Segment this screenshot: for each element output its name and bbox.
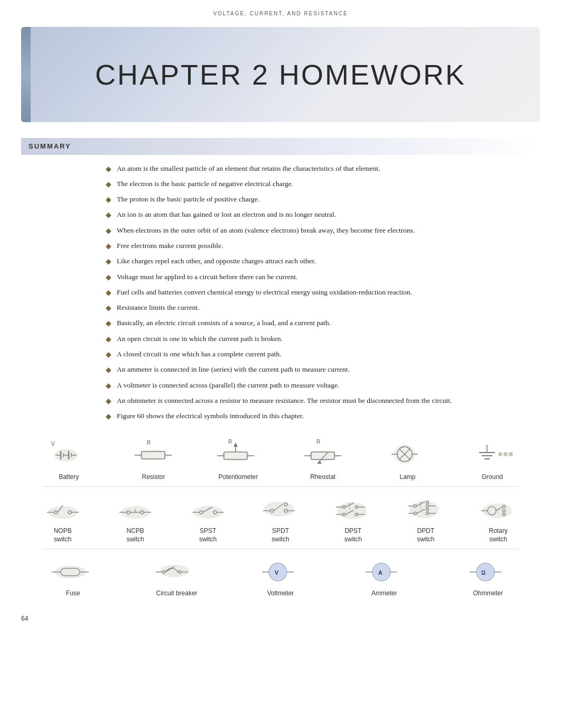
svg-point-103 <box>54 566 86 578</box>
summary-item: ◆Resistance limits the current. <box>106 302 540 314</box>
symbol-rheostat: R Rheostat <box>280 438 365 482</box>
chapter-title: CHAPTER 2 HOMEWORK <box>95 53 466 96</box>
bullet-icon: ◆ <box>106 241 111 252</box>
bullet-icon: ◆ <box>106 210 111 220</box>
svg-point-109 <box>160 565 189 577</box>
lamp-icon <box>389 438 426 470</box>
symbols-row-3: Fuse Circuit breaker <box>21 555 540 598</box>
bullet-icon: ◆ <box>106 272 111 283</box>
symbol-breaker: Circuit breaker <box>130 555 223 598</box>
svg-point-59 <box>193 506 223 519</box>
svg-text:Ω: Ω <box>481 570 485 576</box>
potentiometer-label: Potentiometer <box>218 473 258 482</box>
svg-marker-19 <box>233 443 238 447</box>
symbol-lamp: Lamp <box>365 438 450 482</box>
symbol-resistor: R Resistor <box>111 438 195 482</box>
summary-item: ◆An ion is an atom that has gained or lo… <box>106 209 540 220</box>
lamp-label: Lamp <box>399 473 415 482</box>
divider-1 <box>42 486 519 487</box>
bullet-icon: ◆ <box>106 411 111 422</box>
bullet-icon: ◆ <box>106 303 111 314</box>
ground-icon <box>471 438 513 470</box>
battery-icon: V <box>50 438 87 470</box>
fuse-label: Fuse <box>66 589 80 598</box>
bullet-icon: ◆ <box>106 381 111 391</box>
page-header: Voltage, Current, and Resistance <box>0 0 561 22</box>
symbols-row-1: V Battery R <box>21 438 540 482</box>
ohmmeter-icon: Ω <box>467 555 509 586</box>
summary-item: ◆An atom is the smallest particle of an … <box>106 163 540 174</box>
symbol-fuse: Fuse <box>26 555 119 598</box>
bullet-icon: ◆ <box>106 396 111 407</box>
summary-item: ◆A closed circuit is one which has a com… <box>106 349 540 360</box>
summary-item: ◆A voltmeter is connected across (parall… <box>106 380 540 391</box>
symbol-ncpb: NCPBswitch <box>99 492 171 543</box>
summary-item: ◆An ohmmeter is connected across a resis… <box>106 395 540 407</box>
svg-point-53 <box>120 506 150 519</box>
bullet-icon: ◆ <box>106 164 111 174</box>
spst-label: SPSTswitch <box>199 527 217 543</box>
summary-item: ◆An ammeter is connected in line (series… <box>106 364 540 375</box>
spst-icon <box>190 492 227 524</box>
rheostat-icon: R <box>302 438 344 470</box>
dpdt-label: DPDTswitch <box>417 527 434 543</box>
page-number: 64 <box>0 603 561 634</box>
symbol-rotary: Rotaryswitch <box>462 492 535 543</box>
summary-item: ◆The electron is the basic particle of n… <box>106 179 540 190</box>
svg-point-46 <box>48 506 78 519</box>
symbol-ground: Ground <box>450 438 535 482</box>
symbol-battery: V Battery <box>26 438 111 482</box>
battery-label: Battery <box>59 473 79 482</box>
rotary-icon <box>479 492 518 524</box>
resistor-label: Resistor <box>142 473 165 482</box>
symbols-row-2: NOPBswitch NCPBswitch <box>21 492 540 543</box>
rheostat-label: Rheostat <box>310 473 335 482</box>
bullet-icon: ◆ <box>106 179 111 190</box>
svg-text:V: V <box>51 441 55 447</box>
summary-header: SUMMARY <box>21 138 540 155</box>
ammeter-icon: A <box>363 555 405 586</box>
svg-point-20 <box>221 450 250 461</box>
symbol-dpdt: DPDTswitch <box>389 492 462 543</box>
summary-item: ◆An open circuit is one in which the cur… <box>106 334 540 345</box>
summary-item: ◆Free electrons make current possible. <box>106 241 540 252</box>
summary-item: ◆Figure 60 shows the electrical symbols … <box>106 411 540 422</box>
svg-text:A: A <box>378 569 382 576</box>
summary-item: ◆When electrons in the outer orbit of an… <box>106 225 540 236</box>
breaker-label: Circuit breaker <box>156 589 198 598</box>
nopb-icon <box>44 492 81 524</box>
symbol-dpst: DPSTswitch <box>317 492 389 543</box>
symbol-nopb: NOPBswitch <box>26 492 99 543</box>
hero-banner: CHAPTER 2 HOMEWORK <box>21 27 540 122</box>
summary-item: ◆Like charges repel each other, and oppo… <box>106 256 540 267</box>
symbol-potentiometer: R Potentiometer <box>196 438 280 482</box>
summary-item: ◆Fuel cells and batteries convert chemic… <box>106 287 540 298</box>
nopb-label: NOPBswitch <box>54 527 72 543</box>
symbols-section: V Battery R <box>21 438 540 598</box>
bullet-icon: ◆ <box>106 256 111 267</box>
svg-point-27 <box>308 450 338 461</box>
svg-point-99 <box>482 503 512 518</box>
symbol-ohmmeter: Ω Ohmmeter <box>442 555 535 598</box>
dpdt-icon <box>406 492 445 524</box>
symbol-voltmeter: V Voltmeter <box>234 555 327 598</box>
svg-point-8 <box>54 449 78 462</box>
symbol-spst: SPSTswitch <box>172 492 244 543</box>
summary-item: ◆Voltage must be applied to a circuit be… <box>106 272 540 283</box>
summary-section: SUMMARY ◆An atom is the smallest particl… <box>21 138 540 422</box>
summary-item: ◆Basically, an electric circuit consists… <box>106 318 540 329</box>
svg-text:R: R <box>316 439 320 445</box>
symbol-ammeter: A Ammeter <box>338 555 431 598</box>
ground-label: Ground <box>482 473 503 482</box>
svg-point-39 <box>503 452 508 456</box>
spdt-label: SPDTswitch <box>272 527 289 543</box>
svg-point-13 <box>138 450 168 460</box>
voltmeter-label: Voltmeter <box>267 589 294 598</box>
ohmmeter-label: Ohmmeter <box>473 589 503 598</box>
svg-point-38 <box>498 452 502 456</box>
resistor-icon: R <box>132 438 174 470</box>
divider-2 <box>42 549 519 549</box>
header-title: Voltage, Current, and Resistance <box>213 11 348 16</box>
dpst-label: DPSTswitch <box>344 527 362 543</box>
svg-text:R: R <box>147 440 151 446</box>
